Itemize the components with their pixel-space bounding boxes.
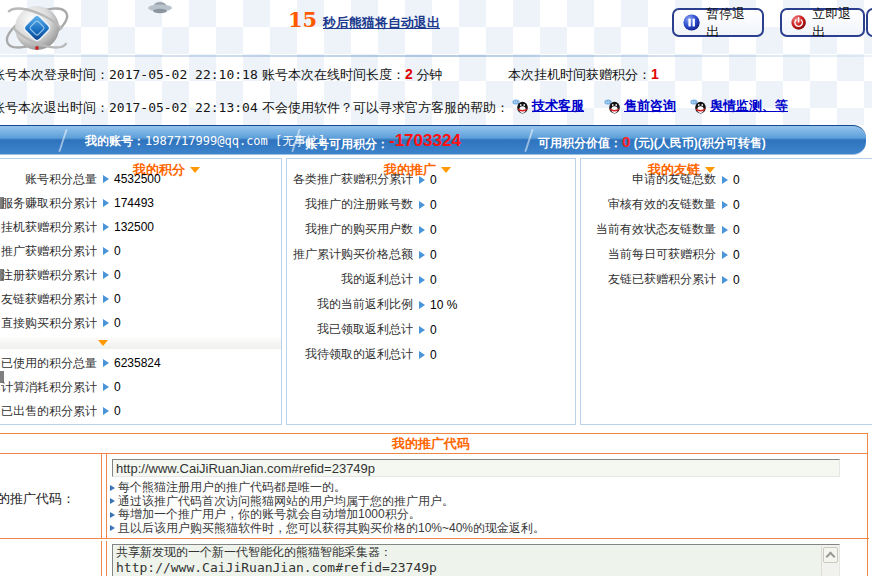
triangle-right-icon	[419, 176, 425, 184]
points-segment: 账号可用积分：-1703324	[305, 133, 461, 153]
triangle-right-icon	[419, 276, 425, 284]
stat-row: 当前有效状态友链数量0	[581, 217, 872, 242]
account-label: 我的账号：	[85, 134, 145, 148]
promo-notes: 每个熊猫注册用户的推广代码都是唯一的。 通过该推广代码首次访问熊猫网站的用户均属…	[108, 481, 858, 535]
triangle-right-icon	[419, 351, 425, 359]
stat-label: 我已领取返利总计	[317, 321, 413, 338]
triangle-right-icon	[110, 485, 115, 491]
stat-label: 挂机获赠积分累计	[1, 219, 97, 236]
stat-label: 已使用的积分总量	[1, 355, 97, 372]
pause-exit-button[interactable]: 暂停退出	[672, 8, 764, 37]
session-row-1: 账号本次登录时间：2017-05-02 22:10:18 账号本次在线时间长度：…	[0, 66, 872, 82]
links-rows: 申请的友链总数0 审核有效的友链数量0 当前有效状态友链数量0 当前每日可获赠积…	[581, 167, 872, 292]
stat-value: 10 %	[430, 298, 457, 312]
share-textarea[interactable]: 共享新发现的一个新一代智能化的熊猫智能采集器： http://www.CaiJi…	[112, 544, 840, 576]
stat-label: 审核有效的友链数量	[608, 196, 716, 213]
stat-value: 0	[430, 348, 437, 362]
stat-label: 已出售的积分累计	[1, 403, 97, 420]
monitor-link[interactable]: 舆情监测、等	[710, 97, 788, 115]
promo-code-input[interactable]	[112, 459, 840, 477]
qq-penguin-icon	[512, 99, 529, 114]
account-segment: 我的账号：1987717999@qq.com [无事忙]	[85, 133, 326, 150]
promo-row-divider	[0, 538, 869, 539]
stat-label: 友链获赠积分累计	[1, 291, 97, 308]
triangle-right-icon	[419, 251, 425, 259]
idle-points-label: 本次挂机时间获赠积分：	[508, 67, 651, 82]
share-label-cell	[0, 541, 102, 576]
stat-value: 0	[733, 198, 740, 212]
promo-section-title: 我的推广代码	[0, 434, 867, 454]
login-time-group: 账号本次登录时间：2017-05-02 22:10:18	[0, 66, 258, 84]
help-prompt: 不会使用软件？可以寻求官方客服的帮助：	[262, 99, 509, 117]
bar-separator	[58, 129, 67, 152]
value-suffix: (元)(人民币)(积分可转售)	[634, 136, 766, 150]
stat-row: 审核有效的友链数量0	[581, 192, 872, 217]
login-time-label: 账号本次登录时间：	[0, 67, 109, 82]
scrollbar-track[interactable]	[821, 546, 838, 576]
exit-countdown-text: 秒后熊猫将自动退出	[323, 14, 440, 32]
chevron-up-icon	[826, 552, 836, 562]
triangle-right-icon	[103, 383, 109, 391]
immediate-exit-button[interactable]: 立即退出	[780, 8, 865, 37]
stat-value: 0	[430, 223, 437, 237]
banner-divider	[0, 55, 872, 57]
stat-value: 0	[430, 248, 437, 262]
promo-label-cell: 的推广代码：	[0, 454, 102, 538]
stat-value: 0	[430, 273, 437, 287]
share-url-line: http://www.CaiJiRuanJian.com#refid=23749…	[113, 560, 839, 575]
stat-value: 0	[114, 380, 121, 394]
panel-my-links: 我的友链 申请的友链总数0 审核有效的友链数量0 当前有效状态友链数量0 当前每…	[580, 158, 872, 425]
triangle-right-icon	[103, 295, 109, 303]
stat-row: 直接购买积分累计0	[0, 311, 281, 335]
triangle-right-icon	[722, 176, 728, 184]
points-value: -1703324	[389, 131, 461, 150]
share-text-line: 共享新发现的一个新一代智能化的熊猫智能采集器：	[113, 545, 839, 560]
stat-row: 已出售的积分累计0	[0, 399, 281, 423]
monitor-link-group: 舆情监测、等	[690, 97, 788, 115]
promo-code-section: 我的推广代码 的推广代码： 每个熊猫注册用户的推广代码都是唯一的。 通过该推广代…	[0, 433, 868, 576]
stat-value: 0	[114, 268, 121, 282]
stat-value: 0	[114, 244, 121, 258]
presale-link[interactable]: 售前咨询	[624, 97, 676, 115]
stat-value: 0	[733, 173, 740, 187]
clipped-glyph-fragment	[0, 269, 4, 281]
triangle-right-icon	[722, 276, 728, 284]
clipped-glyph-fragment	[0, 371, 4, 383]
stat-row: 账号积分总量4532500	[0, 167, 281, 191]
triangle-right-icon	[103, 247, 109, 255]
note-text: 且以后该用户购买熊猫软件时，您可以获得其购买价格的10%~40%的现金返利。	[118, 520, 545, 537]
stat-value: 0	[733, 223, 740, 237]
exit-countdown-seconds: 15	[288, 7, 317, 32]
online-duration-label: 账号本次在线时间长度：	[262, 67, 405, 82]
scroll-up-button[interactable]	[823, 547, 838, 563]
bar-separator	[524, 129, 533, 152]
collapse-separator[interactable]	[0, 337, 281, 349]
panel-my-points: 我的积分 账号积分总量4532500 服务赚取积分累计174493 挂机获赠积分…	[0, 158, 282, 425]
stat-label: 友链已获赠积分累计	[608, 271, 716, 288]
stat-row: 计算消耗积分累计0	[0, 375, 281, 399]
online-duration-value: 2	[405, 66, 413, 82]
points-label: 账号可用积分：	[305, 137, 389, 151]
triangle-right-icon	[103, 319, 109, 327]
pause-icon	[683, 13, 700, 32]
stat-row: 我的返利总计0	[287, 267, 575, 292]
stat-value: 6235824	[114, 356, 161, 370]
chevron-down-icon	[98, 340, 108, 346]
stat-label: 当前每日可获赠积分	[608, 246, 716, 263]
power-icon	[791, 13, 806, 32]
panda-app-logo-icon	[2, 0, 72, 59]
tech-support-link[interactable]: 技术客服	[532, 97, 584, 115]
triangle-right-icon	[110, 525, 115, 531]
triangle-right-icon	[419, 326, 425, 334]
session-row-2: 账号本次退出时间：2017-05-02 22:13:04 不会使用软件？可以寻求…	[0, 99, 872, 115]
stat-row: 我的当前返利比例10 %	[287, 292, 575, 317]
ufo-decoration-icon	[146, 1, 174, 18]
triangle-right-icon	[103, 359, 109, 367]
triangle-right-icon	[722, 201, 728, 209]
logout-time-value: 2017-05-02 22:13:04	[109, 100, 258, 115]
stat-row: 友链获赠积分累计0	[0, 287, 281, 311]
immediate-exit-label: 立即退出	[812, 5, 854, 41]
stat-row: 各类推广获赠积分累计0	[287, 167, 575, 192]
qq-penguin-icon	[690, 99, 707, 114]
triangle-right-icon	[103, 199, 109, 207]
